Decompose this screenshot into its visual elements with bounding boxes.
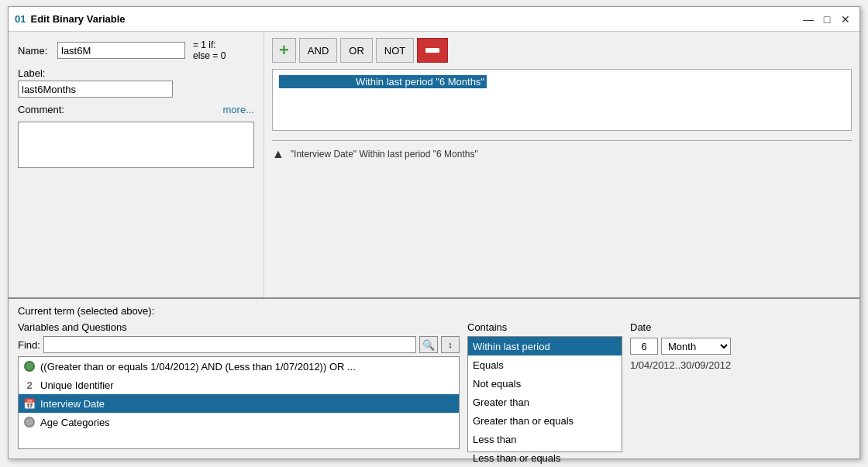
variables-panel: Variables and Questions Find: 🔍 ↕ ((Grea… [18,321,460,452]
more-link[interactable]: more... [223,104,254,115]
title-bar: 01 Edit Binary Variable — □ ✕ [9,7,859,32]
divider [272,140,852,141]
comment-textarea[interactable] [18,122,254,168]
date-number-input[interactable] [630,338,658,355]
expression-highlighted: "Interview Date" Within last period "6 M… [279,75,487,88]
expr-part1: "Interview Date" [281,76,353,88]
var-item-text: ((Greater than or equals 1/04/2012) AND … [40,361,356,373]
current-term-label: Current term (selected above): [18,305,850,317]
calendar-icon: 📅 [23,397,36,410]
preview-text: "Interview Date" Within last period "6 M… [291,149,478,160]
name-label: Name: [18,45,53,57]
toolbar: + AND OR NOT [272,38,852,63]
var-item-text: Unique Identifier [40,379,114,391]
window-number: 01 [15,13,26,25]
variables-list[interactable]: ((Greater than or equals 1/04/2012) AND … [18,356,460,449]
title-bar-controls: — □ ✕ [801,12,853,27]
contains-item-greaterthan[interactable]: Greater than [468,393,622,411]
title-bar-left: 01 Edit Binary Variable [15,13,126,25]
list-item-selected[interactable]: 📅 Interview Date [19,394,459,413]
label-input[interactable] [18,81,173,98]
preview-row: ▲ "Interview Date" Within last period "6… [272,144,852,164]
contains-panel: Contains Within last period Equals Not e… [467,321,622,452]
date-controls: Day Month Year [630,338,850,355]
variables-title: Variables and Questions [18,321,460,333]
and-button[interactable]: AND [299,38,337,63]
close-button[interactable]: ✕ [838,12,853,27]
label-section: Label: [18,67,254,98]
comment-label: Comment: [18,104,64,115]
maximize-button[interactable]: □ [819,12,835,27]
find-row: Find: 🔍 ↕ [18,336,460,353]
date-panel: Date Day Month Year 1/04/2012..30/09/201… [630,321,850,452]
right-panel: + AND OR NOT "Interview Date" Within las… [264,32,859,297]
window-title: Edit Binary Variable [30,13,125,25]
list-item[interactable]: ((Greater than or equals 1/04/2012) AND … [19,357,459,376]
sort-button[interactable]: ↕ [441,336,460,353]
comment-row: Comment: more... [18,104,254,115]
remove-icon [425,48,439,53]
add-button[interactable]: + [272,38,296,63]
label-label: Label: [18,67,254,79]
var-item-text: Interview Date [40,398,105,410]
date-title: Date [630,321,850,333]
not-button[interactable]: NOT [376,38,414,63]
expression-box: "Interview Date" Within last period "6 M… [272,69,852,131]
number-icon: 2 [23,379,36,391]
contains-list[interactable]: Within last period Equals Not equals Gre… [467,336,622,452]
circle-icon [23,360,36,373]
list-item[interactable]: 2 Unique Identifier [19,376,459,394]
date-unit-select[interactable]: Day Month Year [661,338,731,355]
contains-item-equals[interactable]: Equals [468,355,622,374]
find-input[interactable] [43,336,416,353]
var-item-text: Age Categories [40,417,110,428]
age-icon [23,416,36,428]
contains-item-lessthan[interactable]: Less than [468,430,622,448]
preview-arrow-icon: ▲ [272,147,284,161]
left-panel: Name: = 1 if: else = 0 Label: Comment: m… [9,32,264,297]
name-input[interactable] [57,42,185,59]
find-label: Find: [18,339,40,351]
minimize-button[interactable]: — [801,12,816,27]
search-button[interactable]: 🔍 [419,336,438,353]
or-button[interactable]: OR [340,38,373,63]
contains-title: Contains [467,321,622,333]
main-window: 01 Edit Binary Variable — □ ✕ Name: = 1 … [8,6,860,459]
name-row: Name: = 1 if: else = 0 [18,39,254,61]
expr-part3: "6 Months" [436,76,484,88]
remove-button[interactable] [417,38,448,63]
contains-item-greaterthanequals[interactable]: Greater than or equals [468,411,622,430]
bottom-panel: Current term (selected above): Variables… [9,297,859,458]
contains-item-notequals[interactable]: Not equals [468,374,622,393]
if-else-text: = 1 if: else = 0 [193,39,226,61]
var-list-area: ((Greater than or equals 1/04/2012) AND … [18,356,460,449]
contains-item-within[interactable]: Within last period [468,337,622,355]
main-content: Name: = 1 if: else = 0 Label: Comment: m… [9,32,859,297]
bottom-content: Variables and Questions Find: 🔍 ↕ ((Grea… [18,321,850,452]
expr-part2: Within last period [356,76,436,88]
date-range: 1/04/2012..30/09/2012 [630,359,850,371]
list-item[interactable]: Age Categories [19,413,459,431]
contains-item-lessthanequals[interactable]: Less than or equals [468,448,622,467]
